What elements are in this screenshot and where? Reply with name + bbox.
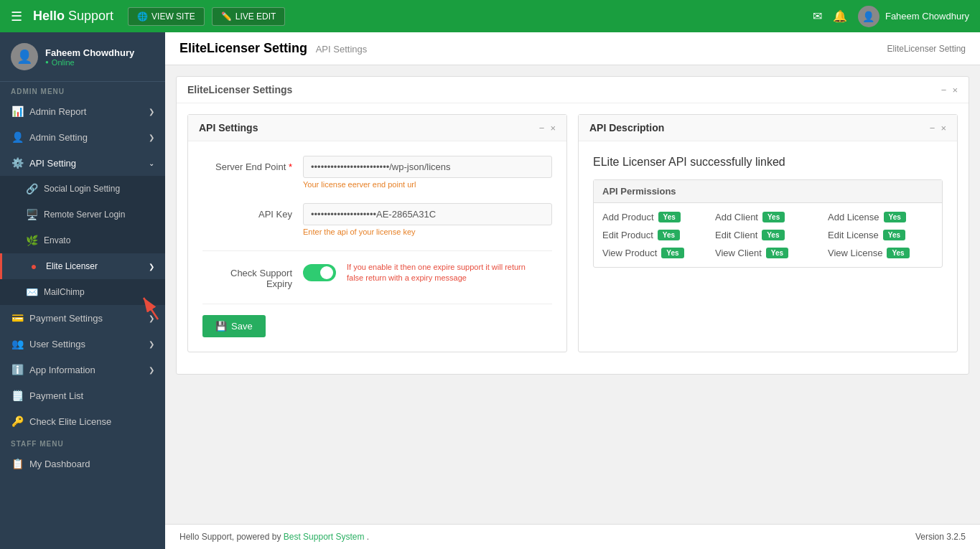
outer-minimize-button[interactable]: − — [941, 85, 947, 95]
chevron-down-icon: ⌄ — [149, 159, 154, 167]
api-key-input[interactable] — [303, 203, 552, 225]
topbar: ☰ Hello Support 🌐 VIEW SITE ✏️ LIVE EDIT… — [0, 0, 980, 32]
breadcrumb-bar: EliteLicenser Setting API Settings Elite… — [165, 32, 980, 65]
chevron-icon: ❯ — [149, 263, 154, 271]
perm-edit-license: Edit License Yes — [828, 230, 933, 240]
sidebar-item-my-dashboard[interactable]: 📋 My Dashboard — [0, 451, 165, 477]
sidebar-item-admin-setting[interactable]: 👤 Admin Setting ❯ — [0, 124, 165, 150]
check-support-hint: If you enable it then one expire support… — [347, 262, 533, 284]
globe-icon: 🌐 — [137, 11, 148, 22]
perm-edit-product: Edit Product Yes — [602, 230, 708, 240]
perm-view-product: View Product Yes — [602, 248, 708, 258]
api-key-control: Enter the api of your license key — [303, 203, 552, 236]
breadcrumb-title: EliteLicenser Setting API Settings — [179, 41, 367, 56]
sidebar-item-social-login[interactable]: 🔗 Social Login Setting — [0, 176, 165, 202]
breadcrumb-sub: API Settings — [316, 44, 368, 55]
info-icon: ℹ️ — [11, 364, 24, 375]
server-end-point-input[interactable] — [303, 156, 552, 178]
chevron-icon: ❯ — [149, 366, 154, 374]
person-icon: 👤 — [11, 131, 24, 143]
panels-row: API Settings − × Server En — [187, 114, 958, 363]
server-end-point-label: Server End Point * — [202, 156, 303, 172]
main-content: EliteLicenser Setting API Settings Elite… — [165, 32, 980, 549]
footer-version: Version 3.2.5 — [915, 532, 966, 542]
chevron-icon: ❯ — [149, 314, 154, 322]
outer-panel-body: API Settings − × Server En — [177, 103, 969, 374]
api-description-header: API Description − × — [579, 115, 957, 141]
sidebar-item-mailchimp[interactable]: ✉️ MailChimp — [0, 279, 165, 305]
hamburger-icon[interactable]: ☰ — [11, 9, 22, 24]
sidebar-status: Online — [45, 58, 134, 67]
perm-add-license: Add License Yes — [828, 212, 933, 222]
perm-view-license: View License Yes — [828, 248, 933, 258]
sidebar-label: MailChimp — [44, 287, 85, 297]
chevron-icon: ❯ — [149, 133, 154, 141]
sidebar-label: Payment Settings — [29, 313, 103, 324]
sidebar-label: Envato — [44, 235, 70, 245]
gear-icon: ⚙️ — [11, 157, 24, 169]
desc-close-button[interactable]: × — [941, 123, 946, 133]
api-settings-title: API Settings — [199, 122, 258, 133]
sidebar-label: Payment List — [29, 390, 83, 401]
sidebar-profile: 👤 Faheem Chowdhury Online — [0, 32, 165, 82]
sidebar-item-envato[interactable]: 🌿 Envato — [0, 227, 165, 253]
api-description-body: ELite Licenser API successfully linked A… — [579, 141, 957, 282]
sidebar-label: Remote Server Login — [44, 210, 125, 220]
footer-link[interactable]: Best Support System — [284, 532, 365, 542]
sidebar-item-payment-settings[interactable]: 💳 Payment Settings ❯ — [0, 305, 165, 331]
sidebar-avatar: 👤 — [11, 43, 38, 70]
users-icon: 👥 — [11, 338, 24, 349]
monitor-icon: 🖥️ — [25, 209, 38, 220]
sidebar-item-remote-server[interactable]: 🖥️ Remote Server Login — [0, 202, 165, 227]
brand-logo: Hello Support — [33, 9, 113, 24]
outer-close-button[interactable]: × — [952, 85, 958, 95]
outer-panel-title: EliteLicenser Settings — [187, 84, 292, 95]
permissions-body: Add Product Yes Add Client Yes — [594, 203, 942, 267]
sidebar-item-app-information[interactable]: ℹ️ App Information ❯ — [0, 357, 165, 383]
list-icon: 🗒️ — [11, 390, 24, 401]
mail-icon: ✉️ — [25, 286, 38, 298]
sidebar-item-payment-list[interactable]: 🗒️ Payment List — [0, 383, 165, 408]
save-button[interactable]: 💾 Save — [202, 315, 266, 337]
content-area: EliteLicenser Settings − × API Settings — [165, 65, 980, 524]
api-minimize-button[interactable]: − — [539, 123, 545, 133]
sidebar-item-check-elite[interactable]: 🔑 Check Elite License — [0, 408, 165, 434]
permissions-header: API Permissions — [594, 180, 942, 203]
sidebar-item-admin-report[interactable]: 📊 Admin Report ❯ — [0, 98, 165, 124]
api-settings-controls: − × — [539, 123, 556, 133]
perm-edit-client: Edit Client Yes — [715, 230, 821, 240]
permissions-row-1: Add Product Yes Add Client Yes — [602, 212, 933, 222]
breadcrumb-right: EliteLicenser Setting — [887, 44, 966, 54]
view-site-button[interactable]: 🌐 VIEW SITE — [128, 7, 205, 26]
api-success-message: ELite Licenser API successfully linked — [593, 156, 943, 169]
api-description-title: API Description — [589, 122, 664, 133]
check-support-toggle[interactable] — [303, 264, 336, 281]
red-dot-icon: ● — [27, 261, 40, 272]
perm-view-client: View Client Yes — [715, 248, 821, 258]
bell-icon[interactable]: 🔔 — [833, 9, 847, 23]
edit-icon: ✏️ — [221, 11, 232, 22]
sidebar-item-api-setting[interactable]: ⚙️ API Setting ⌄ — [0, 150, 165, 176]
desc-minimize-button[interactable]: − — [930, 123, 935, 133]
sidebar-label: Social Login Setting — [44, 184, 120, 194]
layout: 👤 Faheem Chowdhury Online ADMIN MENU 📊 A… — [0, 32, 980, 549]
server-end-point-hint: Your license eerver end point url — [303, 180, 552, 189]
mail-icon[interactable]: ✉ — [813, 9, 822, 23]
permissions-row-3: View Product Yes View Client Yes — [602, 248, 933, 258]
api-settings-header: API Settings − × — [188, 115, 566, 141]
perm-add-client: Add Client Yes — [715, 212, 821, 222]
outer-panel-header: EliteLicenser Settings − × — [177, 77, 969, 103]
sidebar-label: User Settings — [29, 339, 85, 349]
admin-menu-label: ADMIN MENU — [0, 82, 165, 98]
sidebar-label: Admin Report — [29, 106, 86, 117]
sidebar-item-user-settings[interactable]: 👥 User Settings ❯ — [0, 331, 165, 357]
api-close-button[interactable]: × — [550, 123, 556, 133]
sidebar-label: Admin Setting — [29, 132, 88, 143]
link-icon: 🔗 — [25, 183, 38, 194]
live-edit-button[interactable]: ✏️ LIVE EDIT — [212, 7, 286, 26]
api-key-hint: Enter the api of your license key — [303, 227, 552, 236]
permissions-row-2: Edit Product Yes Edit Client Yes — [602, 230, 933, 240]
user-menu[interactable]: 👤 Faheem Chowdhury — [858, 6, 969, 27]
sidebar-label: App Information — [29, 365, 95, 375]
sidebar-item-elite-licenser[interactable]: ● Elite Licenser ❯ — [0, 253, 165, 279]
